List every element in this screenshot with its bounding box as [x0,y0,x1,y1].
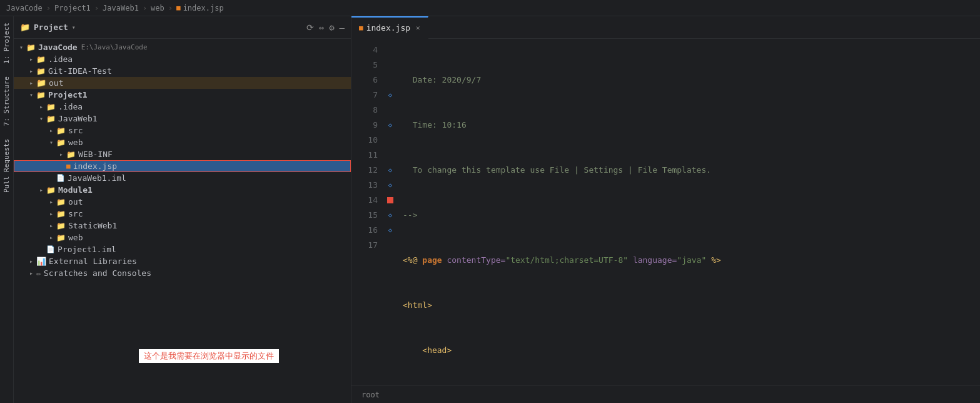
tree-label-webinf: WEB-INF [78,150,113,159]
expand-arrow-git[interactable] [26,68,36,74]
tree-item-web2[interactable]: 📁 web [14,232,351,243]
tree-label-src2: src [68,209,83,218]
breadcrumb: JavaCode › Project1 › JavaWeb1 › web › ■… [0,0,980,16]
settings-icon[interactable]: ⚙ [329,23,334,33]
tree-item-src1[interactable]: 📁 src [14,125,351,136]
tree-label-indexjsp: index.jsp [73,161,117,171]
tree-item-idea1[interactable]: 📁 .idea [14,53,351,65]
folder-icon-webinf: 📁 [66,150,76,159]
breadcrumb-web[interactable]: web [151,4,164,13]
expand-arrow-idea1[interactable] [26,56,36,63]
expand-arrow-web2[interactable] [46,234,56,241]
panel-pull-label[interactable]: Pull Requests [1,133,13,199]
panel-structure-label[interactable]: 7: Structure [1,70,13,132]
line-num-10: 10 [351,133,378,148]
code-line-4: Date: 2020/9/7 [403,73,980,88]
tree-item-out2[interactable]: 📁 out [14,196,351,208]
gutter: ◇ ◇ ◇ ◇ ◇ ◇ [384,39,397,385]
tree-item-web[interactable]: 📁 web [14,136,351,148]
gutter-line-17 [384,238,397,253]
gutter-line-4 [384,43,397,58]
expand-arrow-module1[interactable] [36,186,46,193]
tree-item-src2[interactable]: 📁 src [14,208,351,220]
folder-icon-javaweb1: 📁 [46,115,56,123]
expand-arrow-web[interactable] [46,139,56,146]
tree-item-indexjsp[interactable]: ■ index.jsp [14,160,351,172]
expand-arrow-extlib[interactable] [26,258,36,265]
file-tree: 📁 JavaCode E:\Java\JavaCode 📁 .idea 📁 Gi… [14,39,351,403]
expand-arrow-out1[interactable] [26,79,36,86]
code-line-5: Time: 10:16 [403,118,980,133]
gutter-line-11 [384,148,397,163]
folder-icon-src2: 📁 [56,210,66,218]
tab-close-button[interactable]: ✕ [416,24,420,32]
tab-file-icon: ■ [359,24,363,32]
tab-indexjsp[interactable]: ■ index.jsp ✕ [351,16,428,39]
tree-item-javacode[interactable]: 📁 JavaCode E:\Java\JavaCode [14,41,351,53]
breadcrumb-javacode[interactable]: JavaCode [6,4,43,13]
expand-arrow-idea2[interactable] [36,103,46,110]
gutter-arrow-9: ◇ [388,118,392,133]
gutter-line-12: ◇ [384,163,397,178]
gutter-line-8 [384,103,397,118]
gutter-line-13: ◇ [384,178,397,193]
code-line-7: --> [403,208,980,223]
tree-label-javaweb1: JavaWeb1 [58,114,98,123]
tree-item-staticweb1[interactable]: 📁 StaticWeb1 [14,220,351,232]
gutter-arrow-7: ◇ [388,88,392,103]
line-num-13: 13 [351,178,378,193]
tree-item-project1[interactable]: 📁 Project1 [14,89,351,101]
tree-label-idea1: .idea [48,54,73,64]
panel-project-label[interactable]: 1: Project [1,16,13,70]
expand-arrow-src1[interactable] [46,127,56,134]
scratches-icon: ✏ [36,268,41,278]
expand-arrow-src2[interactable] [46,210,56,217]
folder-icon-javacode: 📁 [26,43,36,52]
expand-arrow-javaweb1[interactable] [36,115,46,122]
code-editor[interactable]: Date: 2020/9/7 Time: 10:16 To change thi… [397,39,980,385]
expand-arrow-staticweb1[interactable] [46,222,56,229]
tree-label-javacode: JavaCode [38,43,78,52]
breadcrumb-file[interactable]: index.jsp [183,4,224,13]
tree-item-project1iml[interactable]: 📄 Project1.iml [14,243,351,255]
collapse-icon[interactable]: ⇔ [319,23,324,33]
gutter-line-14 [384,193,397,208]
expand-arrow-webinf[interactable] [56,151,66,158]
tree-item-idea2[interactable]: 📁 .idea [14,101,351,113]
tree-item-webinf[interactable]: 📁 WEB-INF [14,148,351,160]
breadcrumb-project1[interactable]: Project1 [54,4,91,13]
breadcrumb-javaweb1[interactable]: JavaWeb1 [103,4,139,13]
expand-arrow-project1[interactable] [26,91,36,98]
tree-item-javaweb1iml[interactable]: 📄 JavaWeb1.iml [14,172,351,184]
expand-arrow-scratches[interactable] [26,270,36,277]
editor-content: 4 5 6 7 8 9 10 11 12 13 14 15 16 17 ◇ [351,39,980,385]
gutter-line-16: ◇ [384,223,397,238]
tree-label-out1: out [49,78,63,88]
line-num-12: 12 [351,163,378,178]
gutter-line-9: ◇ [384,118,397,133]
folder-icon-project1: 📁 [36,91,46,99]
tree-item-scratches[interactable]: ✏ Scratches and Consoles [14,267,351,279]
tree-label-git: Git-IDEA-Test [48,66,112,76]
tree-item-indexjsp-wrapper: ■ index.jsp 这个是我需要在浏览器中显示的文件 [14,160,351,172]
tree-item-javaweb1[interactable]: 📁 JavaWeb1 [14,113,351,125]
editor-area: ■ index.jsp ✕ 4 5 6 7 8 9 10 11 12 13 14… [351,16,980,403]
tree-item-git[interactable]: 📁 Git-IDEA-Test [14,65,351,77]
line-num-14: 14 [351,193,378,208]
dropdown-arrow-icon[interactable]: ▾ [72,24,76,31]
code-line-10: <head> [403,343,980,358]
minimize-icon[interactable]: — [340,23,345,33]
expand-arrow-out2[interactable] [46,198,56,205]
sync-icon[interactable]: ⟳ [306,23,314,33]
tree-label-iml1: JavaWeb1.iml [68,173,126,183]
tree-item-extlib[interactable]: 📊 External Libraries [14,255,351,267]
tree-label-iml2: Project1.iml [58,245,116,254]
line-num-17: 17 [351,238,378,253]
gutter-arrow-15: ◇ [388,208,392,223]
sidebar-title[interactable]: 📁 Project ▾ [20,23,76,32]
line-num-8: 8 [351,103,378,118]
expand-arrow-javacode[interactable] [16,44,26,51]
ext-lib-icon: 📊 [36,257,46,266]
tree-item-out1[interactable]: 📁 out [14,77,351,89]
tree-item-module1[interactable]: 📁 Module1 [14,184,351,196]
